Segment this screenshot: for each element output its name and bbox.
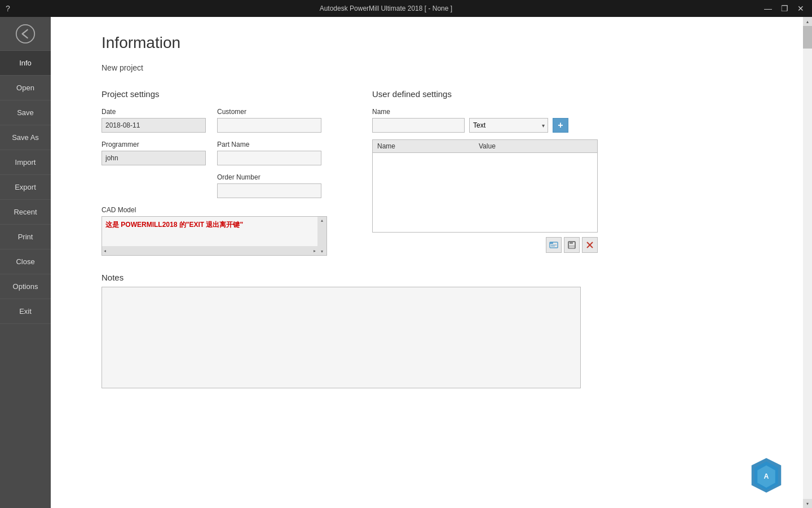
part-name-group: Part Name <box>217 141 321 165</box>
title-bar-title: Autodesk PowerMill Ultimate 2018 [ - Non… <box>10 5 762 12</box>
cad-model-text: 这是 POWERMILL2018 的"EXIT 退出离开键" <box>102 217 317 233</box>
project-settings: Project settings Date Customer <box>102 89 338 256</box>
sidebar-item-options[interactable]: Options <box>0 274 51 299</box>
page-content: Information New project Project settings… <box>51 17 803 413</box>
logo-area: A <box>747 456 786 497</box>
programmer-partname-row: Programmer Part Name <box>102 141 338 165</box>
svg-point-0 <box>16 24 34 42</box>
svg-text:A: A <box>764 472 769 480</box>
customer-label: Customer <box>217 108 321 116</box>
svg-rect-7 <box>569 246 575 248</box>
cad-model-container[interactable]: 这是 POWERMILL2018 的"EXIT 退出离开键" ◂ ▸ <box>102 216 327 256</box>
notes-textarea[interactable] <box>102 287 581 388</box>
order-number-input[interactable] <box>217 183 321 198</box>
user-defined-settings: User defined settings Name Text Number B… <box>372 89 780 256</box>
sidebar-item-info[interactable]: Info <box>0 51 51 76</box>
sidebar-item-open[interactable]: Open <box>0 76 51 100</box>
uds-actions <box>372 237 598 253</box>
customer-group: Customer <box>217 108 321 133</box>
cad-model-vscroll[interactable]: ▴ ▾ <box>317 217 326 255</box>
date-label: Date <box>102 108 206 116</box>
content-area: Information New project Project settings… <box>51 17 803 508</box>
hscroll-track <box>108 246 312 255</box>
uds-type-select[interactable]: Text Number Boolean <box>469 118 548 133</box>
sidebar-item-close[interactable]: Close <box>0 249 51 274</box>
part-name-label: Part Name <box>217 141 321 148</box>
uds-name-label: Name <box>372 108 465 116</box>
page-title: Information <box>102 34 780 52</box>
user-defined-title: User defined settings <box>372 89 780 99</box>
notes-section: Notes <box>102 273 780 390</box>
uds-delete-button[interactable] <box>582 237 598 253</box>
programmer-input[interactable] <box>102 151 206 165</box>
date-input[interactable] <box>102 118 206 133</box>
uds-type-wrapper[interactable]: Text Number Boolean <box>469 118 548 133</box>
scroll-track[interactable] <box>803 26 812 499</box>
hscroll-right-arrow[interactable]: ▸ <box>312 248 317 253</box>
programmer-label: Programmer <box>102 141 206 148</box>
uds-table-header: Name Value <box>373 140 597 153</box>
uds-col-name: Name <box>377 142 479 150</box>
app-body: Info Open Save Save As Import Export Rec… <box>0 17 812 508</box>
uds-table: Name Value <box>372 139 598 233</box>
help-icon[interactable]: ? <box>6 4 10 13</box>
cad-model-inner: 这是 POWERMILL2018 的"EXIT 退出离开键" ◂ ▸ <box>102 217 317 255</box>
new-project-label: New project <box>102 63 780 72</box>
sidebar-item-exit[interactable]: Exit <box>0 299 51 324</box>
scroll-up-arrow[interactable]: ▴ <box>803 17 812 26</box>
scroll-thumb[interactable] <box>803 26 812 49</box>
settings-columns: Project settings Date Customer <box>102 89 780 256</box>
cad-model-label: CAD Model <box>102 206 338 214</box>
vscroll-down-arrow[interactable]: ▾ <box>320 248 324 255</box>
minimize-button[interactable]: — <box>762 4 774 13</box>
order-number-row: Order Number <box>102 173 338 198</box>
part-name-input[interactable] <box>217 151 321 165</box>
sidebar-item-print[interactable]: Print <box>0 225 51 249</box>
uds-name-group: Name <box>372 108 465 133</box>
hscroll-left-arrow[interactable]: ◂ <box>102 248 108 253</box>
sidebar-item-import[interactable]: Import <box>0 150 51 175</box>
project-settings-title: Project settings <box>102 89 338 99</box>
sidebar-item-save[interactable]: Save <box>0 100 51 125</box>
svg-rect-2 <box>550 242 553 244</box>
svg-rect-6 <box>570 242 573 244</box>
uds-table-body[interactable] <box>373 153 597 232</box>
title-bar-controls: — ❐ ✕ <box>762 4 806 13</box>
autodesk-logo: A <box>747 456 786 495</box>
uds-name-row: Name Text Number Boolean + <box>372 108 780 133</box>
cad-model-section: CAD Model 这是 POWERMILL2018 的"EXIT 退出离开键"… <box>102 206 338 256</box>
uds-name-input[interactable] <box>372 118 465 133</box>
sidebar: Info Open Save Save As Import Export Rec… <box>0 17 51 508</box>
uds-save-button[interactable] <box>564 237 580 253</box>
date-group: Date <box>102 108 206 133</box>
customer-input[interactable] <box>217 118 321 133</box>
scroll-down-arrow[interactable]: ▾ <box>803 499 812 508</box>
uds-col-value: Value <box>479 142 593 150</box>
cad-model-hscroll[interactable]: ◂ ▸ <box>102 246 317 255</box>
vscroll-up-arrow[interactable]: ▴ <box>320 217 324 224</box>
order-number-group: Order Number <box>217 173 321 198</box>
date-customer-row: Date Customer <box>102 108 338 133</box>
uds-browse-button[interactable] <box>546 237 562 253</box>
uds-add-button[interactable]: + <box>553 118 568 133</box>
order-number-label: Order Number <box>217 173 321 181</box>
close-button[interactable]: ✕ <box>795 4 806 13</box>
title-bar: ? Autodesk PowerMill Ultimate 2018 [ - N… <box>0 0 812 17</box>
right-scrollbar[interactable]: ▴ ▾ <box>803 17 812 508</box>
sidebar-item-recent[interactable]: Recent <box>0 200 51 225</box>
maximize-button[interactable]: ❐ <box>779 4 791 13</box>
notes-title: Notes <box>102 273 780 282</box>
programmer-group: Programmer <box>102 141 206 165</box>
sidebar-item-save-as[interactable]: Save As <box>0 125 51 150</box>
sidebar-item-export[interactable]: Export <box>0 175 51 200</box>
back-button[interactable] <box>0 17 51 51</box>
